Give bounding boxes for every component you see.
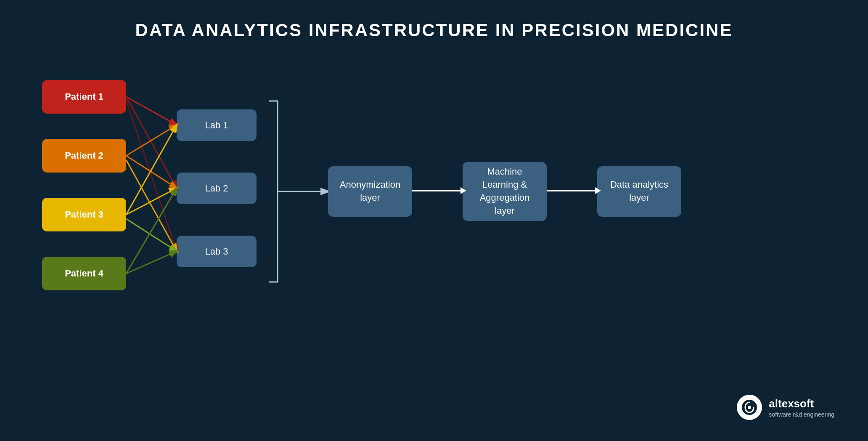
connections-svg [0,55,868,441]
logo-area: altexsoft software r&d engineering [737,395,834,420]
lab-3-box: Lab 3 [177,236,257,267]
svg-line-2 [126,100,177,251]
patient-2-box: Patient 2 [42,139,126,173]
arrowhead-anon-to-ml [460,187,466,194]
svg-line-8 [126,219,177,251]
svg-line-0 [126,97,177,125]
svg-line-9 [126,188,177,274]
logo-text: altexsoft software r&d engineering [769,397,834,418]
ml-aggregation-layer-box: Machine Learning & Aggregation layer [463,162,547,221]
page-title: DATA ANALYTICS INFRASTRUCTURE IN PRECISI… [0,0,868,49]
lab-2-box: Lab 2 [177,173,257,204]
logo-icon [737,395,762,420]
lab-1-box: Lab 1 [177,109,257,141]
svg-point-13 [748,406,751,409]
svg-line-10 [126,251,177,274]
diagram-area: Patient 1 Patient 2 Patient 3 Patient 4 … [0,55,868,441]
arrow-anon-to-ml [412,190,463,191]
svg-line-1 [126,97,177,188]
arrow-ml-to-analytics [547,190,597,191]
svg-line-4 [126,156,177,188]
anonymization-layer-box: Anonymization layer [328,166,412,217]
svg-line-6 [126,125,177,215]
svg-line-5 [126,160,177,251]
svg-line-7 [126,188,177,215]
patient-1-box: Patient 1 [42,80,126,114]
data-analytics-layer-box: Data analytics layer [597,166,681,217]
patient-3-box: Patient 3 [42,198,126,231]
arrowhead-ml-to-analytics [595,187,601,194]
svg-line-3 [126,125,177,156]
patient-4-box: Patient 4 [42,257,126,290]
